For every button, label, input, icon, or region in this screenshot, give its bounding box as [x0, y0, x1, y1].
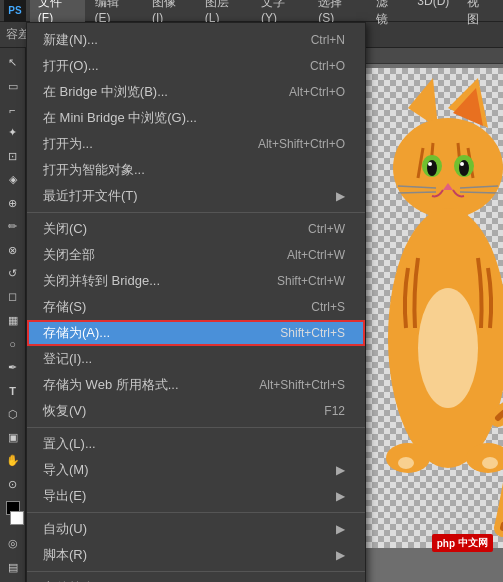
menu-bar: PS 文件(F) 编辑(E) 图像(I) 图层(L) 文字(Y) 选择(S) 滤…	[0, 0, 503, 22]
tool-dodge[interactable]: ○	[2, 333, 24, 354]
separator-1	[27, 212, 365, 213]
tool-zoom[interactable]: ⊙	[2, 474, 24, 495]
tool-history[interactable]: ↺	[2, 263, 24, 284]
menu-item-close[interactable]: 关闭(C) Ctrl+W	[27, 216, 365, 242]
tool-move[interactable]: ↖	[2, 52, 24, 73]
php-text: php	[437, 538, 455, 549]
svg-point-24	[482, 457, 498, 469]
php-watermark: php 中文网	[432, 534, 493, 552]
menu-item-revert[interactable]: 恢复(V) F12	[27, 398, 365, 424]
menu-item-save-web[interactable]: 存储为 Web 所用格式... Alt+Shift+Ctrl+S	[27, 372, 365, 398]
menu-item-close-bridge[interactable]: 关闭并转到 Bridge... Shift+Ctrl+W	[27, 268, 365, 294]
menu-item-browse-mini[interactable]: 在 Mini Bridge 中浏览(G)...	[27, 105, 365, 131]
tool-select[interactable]: ▭	[2, 75, 24, 96]
svg-line-18	[460, 192, 498, 193]
toolbox: ↖ ▭ ⌐ ✦ ⊡ ◈ ⊕ ✏ ⊗ ↺ ◻ ▦ ○ ✒ T ⬡ ▣ ✋ ⊙ ◎ …	[0, 48, 26, 582]
tool-mode[interactable]: ◎	[2, 533, 24, 554]
menu-item-file-info[interactable]: 文件简介(F)... Alt+Shift+Ctrl+I	[27, 575, 365, 582]
menu-item-close-all[interactable]: 关闭全部 Alt+Ctrl+W	[27, 242, 365, 268]
tool-pen[interactable]: ✒	[2, 356, 24, 377]
tool-brush[interactable]: ✏	[2, 216, 24, 237]
tool-lasso[interactable]: ⌐	[2, 99, 24, 120]
separator-3	[27, 512, 365, 513]
menu-item-open-as[interactable]: 打开为... Alt+Shift+Ctrl+O	[27, 131, 365, 157]
file-menu-dropdown: 新建(N)... Ctrl+N 打开(O)... Ctrl+O 在 Bridge…	[26, 22, 366, 582]
tool-wand[interactable]: ✦	[2, 122, 24, 143]
separator-2	[27, 427, 365, 428]
tool-screen[interactable]: ▤	[2, 556, 24, 577]
menu-item-open-smart[interactable]: 打开为智能对象...	[27, 157, 365, 183]
menu-item-scripts[interactable]: 脚本(R) ▶	[27, 542, 365, 568]
svg-point-10	[427, 160, 437, 176]
menu-item-save[interactable]: 存储(S) Ctrl+S	[27, 294, 365, 320]
menu-item-import[interactable]: 导入(M) ▶	[27, 457, 365, 483]
tool-crop[interactable]: ⊡	[2, 146, 24, 167]
tool-stamp[interactable]: ⊗	[2, 239, 24, 260]
menu-3d[interactable]: 3D(D)	[409, 0, 457, 30]
tool-heal[interactable]: ⊕	[2, 193, 24, 214]
menu-view[interactable]: 视图	[459, 0, 499, 30]
menu-item-save-as[interactable]: 存储为(A)... Shift+Ctrl+S	[27, 320, 365, 346]
tool-shape[interactable]: ▣	[2, 427, 24, 448]
menu-item-new[interactable]: 新建(N)... Ctrl+N	[27, 27, 365, 53]
svg-point-20	[418, 288, 478, 408]
menu-item-place[interactable]: 置入(L)...	[27, 431, 365, 457]
svg-line-16	[398, 192, 436, 193]
background-color[interactable]	[10, 511, 24, 525]
svg-point-11	[459, 160, 469, 176]
tool-eyedrop[interactable]: ◈	[2, 169, 24, 190]
tool-type[interactable]: T	[2, 380, 24, 401]
svg-point-13	[460, 162, 464, 166]
canvas-content	[348, 68, 503, 548]
tool-eraser[interactable]: ◻	[2, 286, 24, 307]
menu-item-browse-bridge[interactable]: 在 Bridge 中浏览(B)... Alt+Ctrl+O	[27, 79, 365, 105]
svg-point-23	[398, 457, 414, 469]
menu-item-checkin[interactable]: 登记(I)...	[27, 346, 365, 372]
app-logo: PS	[4, 0, 26, 22]
menu-item-export[interactable]: 导出(E) ▶	[27, 483, 365, 509]
php-site: 中文网	[458, 536, 488, 550]
tool-gradient[interactable]: ▦	[2, 310, 24, 331]
menu-item-automate[interactable]: 自动(U) ▶	[27, 516, 365, 542]
tool-path[interactable]: ⬡	[2, 403, 24, 424]
tool-hand[interactable]: ✋	[2, 450, 24, 471]
separator-4	[27, 571, 365, 572]
svg-point-3	[393, 118, 503, 218]
svg-point-12	[428, 162, 432, 166]
menu-item-recent[interactable]: 最近打开文件(T) ▶	[27, 183, 365, 209]
menu-filter[interactable]: 滤镜	[368, 0, 408, 30]
menu-item-open[interactable]: 打开(O)... Ctrl+O	[27, 53, 365, 79]
